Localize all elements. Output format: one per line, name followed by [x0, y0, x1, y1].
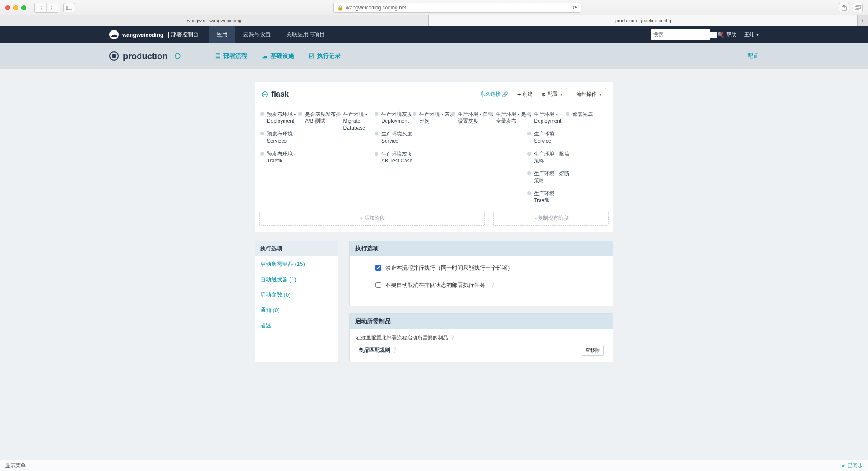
- svg-rect-3: [855, 6, 859, 10]
- pipeline-graph: 预发布环境 - Deployment预发布环境 - Services预发布环境 …: [259, 109, 609, 204]
- side-item-artifacts[interactable]: 启动所需制品 (15): [255, 256, 338, 272]
- pipeline-stage-node[interactable]: 预发布环境 - Traefik: [266, 150, 304, 164]
- pipeline-stage-node[interactable]: 生产环境 - Traefik: [533, 190, 571, 204]
- pipeline-stage-node[interactable]: 生产环境 - Service: [533, 130, 571, 144]
- svg-rect-4: [856, 5, 860, 9]
- side-item-notifications[interactable]: 通知 (0): [255, 303, 338, 318]
- user-menu[interactable]: 王炜▾: [744, 31, 759, 38]
- footer-bar: 显示菜单 ✔ 已同步: [0, 460, 868, 471]
- side-item-params[interactable]: 启动参数 (0): [255, 287, 338, 303]
- disable-parallel-checkbox[interactable]: [375, 265, 381, 271]
- create-button[interactable]: 创建: [513, 88, 537, 100]
- help-tooltip-icon[interactable]: ❔: [490, 282, 496, 288]
- sidebar-button[interactable]: [63, 3, 75, 12]
- topnav-tab-link[interactable]: 关联应用与项目: [279, 26, 333, 43]
- minimize-window-button[interactable]: [13, 5, 18, 10]
- address-bar[interactable]: 🔒 wangweicoding.coding.net ⟳: [333, 3, 581, 13]
- cloud-icon: ☁: [262, 53, 268, 59]
- app-icon: [109, 51, 119, 61]
- share-button[interactable]: [839, 3, 849, 12]
- help-tooltip-icon[interactable]: ❔: [392, 347, 398, 353]
- permalink-link[interactable]: 永久链接🔗: [480, 91, 508, 98]
- topnav-tab-cloud[interactable]: 云账号设置: [235, 26, 279, 43]
- search-input[interactable]: [653, 32, 717, 38]
- node-label: 预发布环境 - Services: [267, 131, 296, 144]
- artifact-rule-label: 制品匹配规则: [359, 347, 390, 354]
- sync-icon: ✔: [842, 463, 846, 469]
- node-label: 生产环境灰度 - Service: [381, 131, 415, 144]
- node-status-icon: [260, 152, 264, 156]
- pipeline-title: flask: [271, 90, 289, 99]
- help-tooltip-icon[interactable]: ❔: [449, 335, 455, 340]
- close-window-button[interactable]: [5, 5, 10, 10]
- pipeline-panel: flask 永久链接🔗 创建 配置 流程操作 预发布环境 - Deploymen…: [255, 82, 613, 232]
- pipeline-stage-node[interactable]: 生产环境 - 限流策略: [533, 150, 571, 164]
- maximize-window-button[interactable]: [21, 5, 26, 10]
- new-tab-button[interactable]: +: [858, 15, 868, 26]
- browser-tab-2[interactable]: production · pipeline config: [429, 15, 858, 26]
- side-item-triggers[interactable]: 自动触发器 (1): [255, 272, 338, 287]
- subtab-pipelines[interactable]: ☰部署流程: [215, 52, 247, 60]
- show-menu-button[interactable]: 显示菜单: [5, 462, 26, 469]
- artifacts-section: 启动所需制品 在这里配置此部署流程启动所需要的制品 ❔ 制品匹配规则 ❔ 查移除: [349, 313, 613, 362]
- node-label: 生产环境 - 灰度比例: [419, 111, 455, 124]
- app-title: production: [123, 51, 167, 61]
- add-stage-button[interactable]: 添加阶段: [259, 211, 485, 226]
- copy-icon: ⎘: [534, 215, 537, 221]
- exec-options-section: 执行选项 禁止本流程并行执行（同一时间只能执行一个部署） 不要自动取消在排队状态…: [349, 241, 613, 306]
- subtab-config[interactable]: 配置: [748, 52, 759, 60]
- side-item-description[interactable]: 描述: [255, 318, 338, 333]
- browser-chrome: 〈 〉 🔒 wangweicoding.coding.net ⟳ wangwei…: [0, 0, 868, 26]
- pipeline-stage-node[interactable]: 生产环境 - 熔断策略: [533, 170, 571, 184]
- node-status-icon: [489, 112, 493, 116]
- artifacts-desc: 在这里配置此部署流程启动所需要的制品: [356, 335, 448, 341]
- help-icon: ❓: [718, 32, 724, 38]
- url-text: wangweicoding.coding.net: [346, 5, 406, 11]
- node-status-icon: [527, 152, 531, 156]
- copy-stage-button[interactable]: ⎘ 复制现有阶段: [493, 211, 609, 226]
- reload-icon[interactable]: ⟳: [573, 5, 577, 11]
- subtab-executions[interactable]: ☑执行记录: [309, 52, 341, 60]
- tabs-button[interactable]: [853, 3, 863, 12]
- refresh-icon[interactable]: [174, 53, 181, 59]
- collapse-icon[interactable]: [262, 91, 268, 97]
- node-status-icon: [337, 112, 340, 116]
- node-label: 生产环境灰度 - AB Test Case: [381, 151, 415, 164]
- back-button[interactable]: 〈: [35, 3, 47, 12]
- forward-button[interactable]: 〉: [47, 3, 59, 12]
- node-label: 生产环境 - Traefik: [534, 191, 557, 203]
- side-nav-header: 执行选项: [255, 241, 338, 256]
- node-status-icon: [451, 112, 455, 116]
- pipeline-actions-dropdown[interactable]: 流程操作: [572, 88, 606, 100]
- node-status-icon: [375, 152, 378, 156]
- node-label: 生产环境 - Deployment: [534, 111, 561, 124]
- search-box[interactable]: 🔍: [651, 29, 710, 40]
- subtab-infra[interactable]: ☁基础设施: [262, 52, 294, 60]
- node-label: 预发布环境 - Traefik: [267, 151, 296, 164]
- brand-logo-icon: ☁: [109, 30, 119, 39]
- pipeline-stage-node[interactable]: 生产环境灰度 - Service: [381, 130, 419, 144]
- node-label: 生产环境 - 是否全量发布: [496, 111, 531, 124]
- window-controls: [5, 5, 26, 10]
- pipeline-stage-node[interactable]: 生产环境灰度 - AB Test Case: [381, 150, 419, 164]
- topnav-tab-app[interactable]: 应用: [209, 26, 235, 43]
- node-status-icon: [375, 112, 378, 116]
- node-label: 生产环境 - 自动设置灰度: [458, 111, 493, 124]
- pipeline-stage-node[interactable]: 预发布环境 - Services: [266, 130, 304, 144]
- config-dropdown[interactable]: 配置: [537, 88, 567, 100]
- svg-rect-0: [66, 6, 72, 10]
- topnav: ☁ wangweicoding | 部署控制台 应用 云账号设置 关联应用与项目…: [0, 26, 868, 43]
- node-label: 生产环境 - Service: [534, 131, 557, 144]
- node-label: 预发布环境 - Deployment: [267, 111, 296, 124]
- node-label: 生产环境 - Migrate Database: [343, 111, 367, 131]
- svg-rect-6: [264, 94, 267, 95]
- link-icon: 🔗: [502, 91, 508, 97]
- help-link[interactable]: ❓帮助: [718, 31, 736, 38]
- sync-status[interactable]: ✔ 已同步: [842, 462, 863, 469]
- artifact-remove-button[interactable]: 查移除: [582, 345, 604, 356]
- brand[interactable]: ☁ wangweicoding | 部署控制台: [109, 30, 199, 39]
- browser-tab-1[interactable]: wangwei - wangweicoding: [0, 15, 429, 26]
- pipeline-end-node[interactable]: 部署完成: [572, 111, 593, 117]
- no-auto-cancel-checkbox[interactable]: [375, 282, 381, 288]
- list-icon: ☰: [215, 53, 221, 59]
